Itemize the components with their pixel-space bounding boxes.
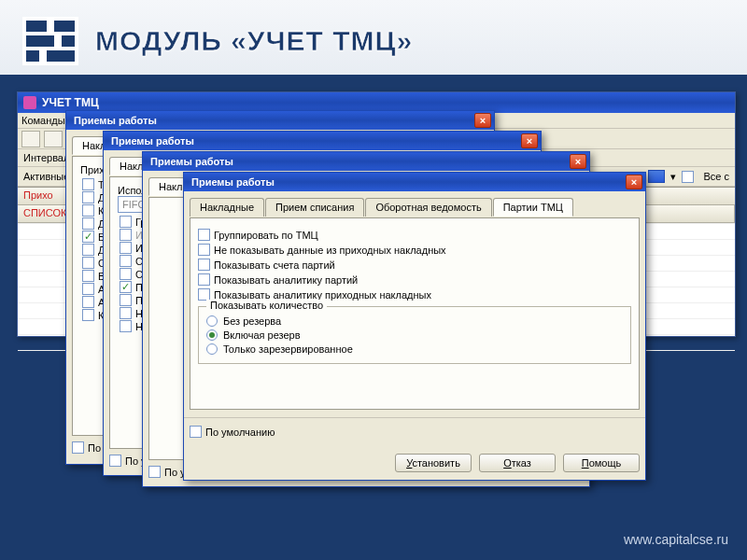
checkbox-show-accounts[interactable] — [198, 259, 210, 271]
checkbox-show-analytics-parties[interactable] — [198, 273, 210, 286]
ok-button[interactable]: УУстановитьстановить — [395, 454, 472, 472]
tab-panel: Группировать по ТМЦ Не показывать данные… — [190, 217, 640, 410]
logo-icon — [22, 17, 78, 65]
label: Только зарезервированное — [223, 343, 353, 355]
dialog-title: Приемы работы — [150, 156, 233, 167]
option-row: Группировать по ТМЦ — [198, 229, 631, 241]
checkbox-hide-incoming[interactable] — [198, 244, 210, 256]
dialog-title: Приемы работы — [74, 115, 157, 126]
label: Показывать аналитику партий — [214, 274, 358, 286]
cancel-button[interactable]: Отказ — [479, 454, 556, 472]
tab-oborotnaya[interactable]: Оборотная ведомость — [365, 198, 491, 217]
tab-partii-tmc[interactable]: Партии ТМЦ — [493, 198, 573, 217]
toolbar-button[interactable] — [44, 131, 63, 147]
radio-with-reserve[interactable] — [206, 329, 218, 341]
fieldset-legend: Показывать количество — [206, 300, 327, 311]
close-icon[interactable]: × — [626, 175, 642, 189]
toolbar-button[interactable] — [21, 131, 40, 147]
dialog-4: Приемы работы × Накладные Прием списания… — [183, 172, 646, 481]
radio-only-reserved[interactable] — [206, 343, 218, 355]
dialog-titlebar[interactable]: Приемы работы × — [104, 132, 541, 150]
slide-title: МОДУЛЬ «УЧЕТ ТМЦ» — [95, 25, 413, 57]
checkbox-default[interactable] — [109, 455, 121, 467]
dialog-titlebar[interactable]: Приемы работы × — [184, 173, 645, 191]
label: Не показывать данные из приходных наклад… — [214, 245, 446, 256]
label: Показывать аналитику приходных накладных — [214, 289, 431, 301]
label: По умолчанию — [205, 427, 275, 438]
option-row: Только зарезервированное — [206, 343, 623, 355]
tab-bar: Накладные Прием списания Оборотная ведом… — [190, 197, 640, 216]
app-title: УЧЕТ ТМЦ — [42, 96, 99, 109]
close-icon[interactable]: × — [521, 133, 538, 148]
option-row: По умолчанию — [190, 426, 640, 438]
fieldset-quantity: Показывать количество Без резерва Включа… — [198, 306, 631, 364]
option-row: Без резерва — [206, 315, 623, 327]
slide-header: МОДУЛЬ «УЧЕТ ТМЦ» — [0, 0, 747, 65]
close-icon[interactable]: × — [570, 154, 586, 169]
app-icon — [23, 96, 36, 109]
checkbox-default[interactable] — [72, 441, 84, 454]
radio-no-reserve[interactable] — [206, 315, 218, 327]
option-row: Показывать аналитику партий — [198, 273, 631, 286]
color-swatch[interactable] — [648, 170, 665, 183]
tab-priem-spisaniya[interactable]: Прием списания — [265, 198, 364, 217]
help-button[interactable]: Помощь — [563, 454, 640, 472]
dialog-title: Приемы работы — [191, 176, 275, 188]
checkbox-default[interactable] — [148, 466, 161, 478]
close-icon[interactable]: × — [474, 113, 491, 128]
checkbox-group-by-tmc[interactable] — [198, 229, 210, 241]
dialog-buttons: УУстановитьстановить Отказ Помощь — [184, 446, 645, 480]
dialog-title: Приемы работы — [111, 135, 194, 147]
option-row: Не показывать данные из приходных наклад… — [198, 244, 631, 256]
option-row: Включая резерв — [206, 329, 623, 341]
checkbox-all[interactable] — [682, 171, 694, 183]
dialog-titlebar[interactable]: Приемы работы × — [66, 111, 494, 130]
label: Показывать счета партий — [214, 259, 335, 271]
dialog-titlebar[interactable]: Приемы работы × — [143, 152, 589, 171]
tab-nakladnye[interactable]: Накладные — [190, 198, 264, 217]
label: Включая резерв — [223, 329, 301, 341]
footer-url: www.capitalcse.ru — [624, 532, 728, 547]
option-row: Показывать счета партий — [198, 259, 631, 271]
label: Группировать по ТМЦ — [214, 230, 318, 241]
checkbox-default[interactable] — [190, 426, 202, 438]
label: Без резерва — [223, 315, 281, 327]
